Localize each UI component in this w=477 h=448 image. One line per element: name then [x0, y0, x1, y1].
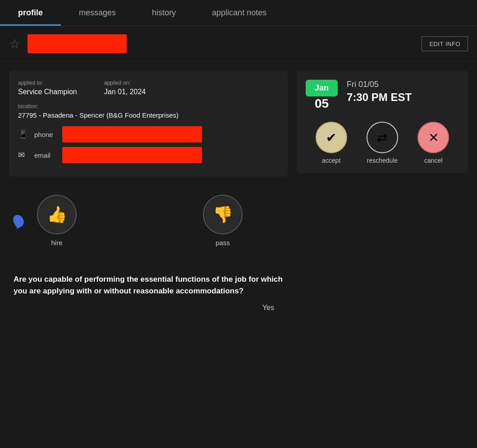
phone-label: phone: [34, 131, 57, 138]
reschedule-icon: ⇄: [377, 130, 387, 145]
day-number: 05: [306, 96, 338, 111]
reschedule-button[interactable]: ⇄ reschedule: [367, 122, 398, 164]
left-panel: applied to: Service Champion applied on:…: [9, 71, 288, 321]
question-text: Are you capable of performing the essent…: [14, 274, 283, 297]
question-section: Are you capable of performing the essent…: [9, 265, 288, 321]
month-badge: Jan: [306, 80, 338, 96]
pass-circle: 👎: [203, 195, 243, 234]
schedule-card: Jan 05 Fri 01/05 7:30 PM EST ✔ accept: [297, 71, 468, 173]
email-redacted: [62, 147, 202, 163]
question-answer: Yes: [14, 304, 283, 312]
hire-button[interactable]: 👍 hire: [37, 195, 77, 247]
applied-info-row: applied to: Service Champion applied on:…: [18, 80, 279, 96]
cancel-label: cancel: [424, 157, 442, 164]
applied-on-group: applied on: Jan 01, 2024: [104, 80, 146, 96]
accept-icon: ✔: [326, 130, 336, 145]
location-label: location:: [18, 103, 279, 110]
main-content: applied to: Service Champion applied on:…: [0, 62, 477, 330]
pass-button[interactable]: 👎 pass: [203, 195, 243, 247]
cancel-button[interactable]: ✕ cancel: [417, 122, 449, 164]
email-icon: ✉: [18, 150, 29, 160]
date-display: Jan 05 Fri 01/05 7:30 PM EST: [306, 80, 459, 111]
edit-info-button[interactable]: EDIT INFO: [422, 37, 468, 51]
applied-on-value: Jan 01, 2024: [104, 88, 146, 96]
star-icon[interactable]: ☆: [9, 37, 20, 51]
applied-on-label: applied on:: [104, 80, 146, 86]
hire-circle: 👍: [37, 195, 77, 234]
profile-header: ☆ EDIT INFO: [0, 26, 477, 62]
email-row: ✉ email: [18, 147, 279, 163]
name-redacted-bar: [28, 34, 127, 53]
tab-profile[interactable]: profile: [0, 0, 61, 26]
phone-redacted: [62, 126, 202, 142]
hire-pass-section: 👍 hire 👎 pass: [9, 186, 288, 256]
phone-icon: 📱: [18, 129, 29, 139]
date-info: Fri 01/05 7:30 PM EST: [347, 80, 412, 104]
date-time: 7:30 PM EST: [347, 91, 412, 104]
tab-messages[interactable]: messages: [61, 0, 134, 26]
accept-button[interactable]: ✔ accept: [316, 122, 347, 164]
reschedule-circle: ⇄: [367, 122, 398, 153]
accept-label: accept: [322, 157, 340, 164]
tab-applicant-notes[interactable]: applicant notes: [194, 0, 284, 26]
applied-to-group: applied to: Service Champion: [18, 80, 77, 96]
location-value: 27795 - Pasadena - Spencer (B&G Food Ent…: [18, 111, 279, 119]
nav-tabs: profile messages history applicant notes: [0, 0, 477, 26]
tab-history[interactable]: history: [134, 0, 194, 26]
pass-label: pass: [216, 239, 230, 247]
schedule-actions: ✔ accept ⇄ reschedule ✕ cancel: [306, 122, 459, 164]
cancel-icon: ✕: [428, 130, 439, 145]
hire-label: hire: [51, 239, 62, 247]
application-info-section: applied to: Service Champion applied on:…: [9, 71, 288, 177]
right-panel: Jan 05 Fri 01/05 7:30 PM EST ✔ accept: [297, 71, 468, 321]
cancel-circle: ✕: [417, 122, 449, 153]
email-label: email: [34, 151, 57, 159]
reschedule-label: reschedule: [367, 157, 398, 164]
phone-row: 📱 phone: [18, 126, 279, 142]
applied-to-value: Service Champion: [18, 88, 77, 96]
blue-dot-decoration: [11, 213, 26, 229]
date-weekday: Fri 01/05: [347, 80, 412, 89]
applied-to-label: applied to:: [18, 80, 77, 86]
accept-circle: ✔: [316, 122, 347, 153]
